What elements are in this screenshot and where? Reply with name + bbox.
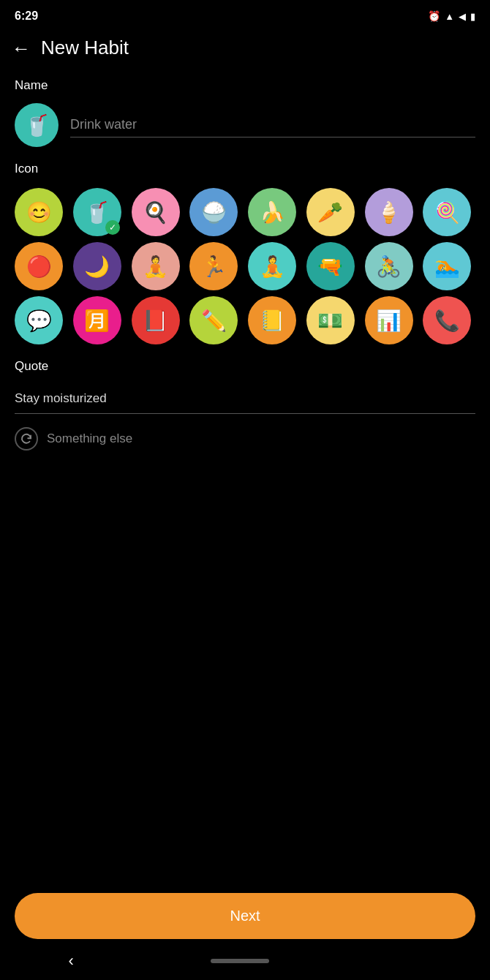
habit-name-input[interactable]	[70, 113, 475, 137]
name-row: 🥤	[0, 100, 490, 156]
alarm-icon: ⏰	[428, 10, 440, 22]
icon-section: Icon 😊🥤🍳🍚🍌🥕🍦🍭🔴🌙🧘🏃🧘🔫🚴🏊💬🈷️📕✏️📒💵📊📞	[0, 156, 490, 344]
nav-back-icon[interactable]: ‹	[68, 951, 73, 970]
icon-banana[interactable]: 🍌	[248, 188, 296, 236]
quote-section-label: Quote	[15, 359, 475, 381]
name-section-label: Name	[0, 67, 490, 100]
status-bar: 6:29 ⏰ ▲ ◀ ▮	[0, 0, 490, 29]
icon-ice-cream[interactable]: 🍦	[365, 188, 413, 236]
icon-egg[interactable]: 🍳	[132, 188, 180, 236]
icon-pencil[interactable]: ✏️	[189, 296, 238, 344]
selected-icon-emoji: 🥤	[24, 113, 50, 137]
nav-bar: ‹	[0, 942, 490, 980]
icon-chart[interactable]: 📊	[365, 296, 413, 344]
icon-red-dot[interactable]: 🔴	[15, 242, 63, 290]
back-button[interactable]: ←	[12, 39, 31, 58]
quote-input[interactable]	[15, 387, 475, 414]
refresh-icon	[15, 427, 38, 451]
icon-smiley[interactable]: 😊	[15, 188, 63, 236]
icon-gun[interactable]: 🔫	[306, 242, 355, 290]
icon-cycling[interactable]: 🚴	[365, 242, 413, 290]
icon-section-label: Icon	[15, 156, 475, 184]
battery-icon: ▮	[470, 11, 475, 22]
icon-phone[interactable]: 📞	[423, 296, 471, 344]
icon-rice-bowl[interactable]: 🍚	[189, 188, 238, 236]
next-button[interactable]: Next	[15, 893, 475, 939]
icon-kneel[interactable]: 🧘	[132, 242, 180, 290]
icon-book[interactable]: 📕	[132, 296, 180, 344]
something-else-label: Something else	[47, 431, 132, 446]
page-title: New Habit	[41, 37, 129, 59]
icon-notebook[interactable]: 📒	[248, 296, 296, 344]
icon-lollipop[interactable]: 🍭	[423, 188, 471, 236]
header: ← New Habit	[0, 29, 490, 67]
icon-quote-bubble[interactable]: 💬	[15, 296, 63, 344]
status-time: 6:29	[15, 10, 38, 23]
icon-running[interactable]: 🏃	[189, 242, 238, 290]
status-icons: ⏰ ▲ ◀ ▮	[428, 10, 475, 22]
something-else-row[interactable]: Something else	[0, 414, 490, 451]
icon-water-glass[interactable]: 🥤	[73, 188, 121, 236]
icon-money[interactable]: 💵	[306, 296, 355, 344]
icon-carrot[interactable]: 🥕	[306, 188, 355, 236]
selected-icon-preview: 🥤	[15, 103, 59, 147]
icon-swimming[interactable]: 🏊	[423, 242, 471, 290]
nav-home-pill[interactable]	[211, 959, 269, 963]
quote-section: Quote	[0, 344, 490, 414]
icon-moon-sleep[interactable]: 🌙	[73, 242, 121, 290]
wifi-icon: ▲	[445, 11, 454, 22]
icon-meditation[interactable]: 🧘	[248, 242, 296, 290]
icon-translate[interactable]: 🈷️	[73, 296, 121, 344]
icon-grid: 😊🥤🍳🍚🍌🥕🍦🍭🔴🌙🧘🏃🧘🔫🚴🏊💬🈷️📕✏️📒💵📊📞	[15, 188, 475, 344]
signal-icon: ◀	[459, 11, 466, 22]
